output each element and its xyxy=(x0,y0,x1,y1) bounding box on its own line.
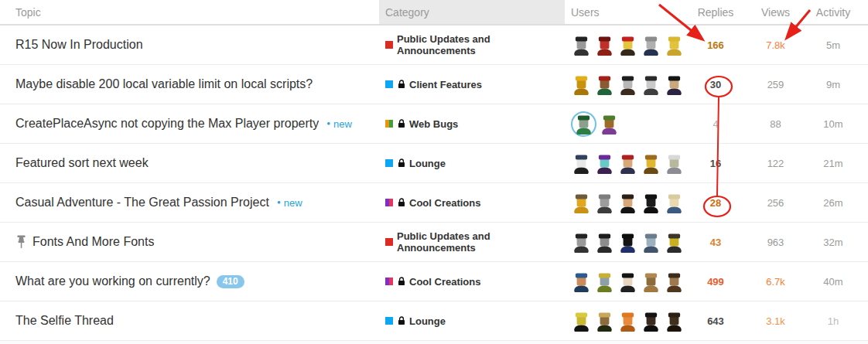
views-cell: 963 xyxy=(747,235,805,249)
new-badge[interactable]: ● new xyxy=(277,197,302,209)
user-avatar[interactable] xyxy=(617,35,638,56)
category-color-swatch xyxy=(385,199,393,206)
lock-icon xyxy=(398,158,405,168)
user-avatar[interactable] xyxy=(617,311,638,332)
header-activity[interactable]: Activity xyxy=(805,0,868,24)
views-cell: 256 xyxy=(747,196,805,209)
activity-cell[interactable]: 26m xyxy=(805,196,868,209)
user-avatar[interactable] xyxy=(617,192,638,213)
topic-title[interactable]: Casual Adventure - The Great Passion Pro… xyxy=(15,196,269,209)
user-avatar[interactable] xyxy=(594,153,615,174)
unread-count-badge[interactable]: 410 xyxy=(217,275,244,288)
activity-cell[interactable]: 32m xyxy=(805,235,868,249)
category-badge[interactable]: Public Updates and Announcements xyxy=(379,33,565,56)
activity-value: 26m xyxy=(823,197,842,209)
user-avatar[interactable] xyxy=(571,271,592,292)
replies-cell: 166 xyxy=(685,38,747,52)
user-avatar[interactable] xyxy=(617,74,638,95)
replies-cell: 43 xyxy=(685,235,747,249)
user-avatar[interactable] xyxy=(571,311,592,332)
views-count: 7.8k xyxy=(766,39,785,51)
category-color-swatch xyxy=(385,159,393,167)
user-avatar[interactable] xyxy=(594,271,615,292)
user-avatar[interactable] xyxy=(664,35,685,56)
user-avatar[interactable] xyxy=(571,232,592,253)
user-avatar[interactable] xyxy=(664,192,685,213)
lock-icon xyxy=(398,80,405,89)
new-badge-label: new xyxy=(333,118,352,130)
user-avatar[interactable] xyxy=(594,232,615,253)
users-cell xyxy=(565,232,685,253)
new-badge[interactable]: ● new xyxy=(326,118,352,130)
activity-cell[interactable]: 21m xyxy=(805,156,868,170)
activity-cell[interactable]: 1h xyxy=(805,314,868,328)
user-avatar[interactable] xyxy=(617,153,638,174)
category-badge[interactable]: Client Features xyxy=(379,79,565,90)
user-avatar[interactable] xyxy=(594,311,615,332)
header-views[interactable]: Views xyxy=(747,0,805,24)
category-color-swatch xyxy=(385,41,393,49)
user-avatar[interactable] xyxy=(664,153,685,174)
topic-title[interactable]: The Selfie Thread xyxy=(15,314,114,328)
category-badge[interactable]: Public Updates and Announcements xyxy=(379,230,565,254)
user-avatar[interactable] xyxy=(641,35,661,56)
user-avatar[interactable] xyxy=(599,114,620,135)
new-badge-label: new xyxy=(284,197,302,209)
header-replies[interactable]: Replies xyxy=(685,0,747,24)
header-replies-label: Replies xyxy=(698,6,734,19)
users-cell xyxy=(565,311,685,332)
category-badge[interactable]: Web Bugs xyxy=(379,118,565,130)
topic-list-header: Topic Category Users Replies Views Activ… xyxy=(0,0,868,26)
lock-icon xyxy=(398,198,405,207)
header-topic-label: Topic xyxy=(15,6,41,19)
topic-cell: What are you working on currently? 410 xyxy=(0,274,379,288)
user-avatar[interactable] xyxy=(641,153,661,174)
user-avatar[interactable] xyxy=(571,35,592,56)
user-avatar[interactable] xyxy=(641,271,661,292)
header-category[interactable]: Category xyxy=(379,0,565,24)
header-topic[interactable]: Topic xyxy=(0,0,379,24)
table-row: What are you working on currently? 410 C… xyxy=(0,262,868,301)
user-avatar[interactable] xyxy=(617,232,638,253)
topic-cell: Fonts And More Fonts xyxy=(0,235,379,249)
activity-cell[interactable]: 5m xyxy=(805,38,868,52)
user-avatar[interactable] xyxy=(571,74,592,95)
user-avatar[interactable] xyxy=(571,153,592,174)
category-badge[interactable]: Lounge xyxy=(379,315,565,327)
table-row: Maybe disable 200 local variable limit o… xyxy=(0,65,868,104)
user-avatar[interactable] xyxy=(617,271,638,292)
replies-count: 43 xyxy=(710,237,721,248)
topic-title[interactable]: Fonts And More Fonts xyxy=(32,235,154,249)
activity-cell[interactable]: 10m xyxy=(805,117,868,131)
user-avatar[interactable] xyxy=(594,74,615,95)
category-badge[interactable]: Cool Creations xyxy=(379,197,565,209)
user-avatar[interactable] xyxy=(664,271,685,292)
user-avatar[interactable] xyxy=(641,74,661,95)
user-avatar[interactable] xyxy=(664,74,685,95)
user-avatar[interactable] xyxy=(641,311,661,332)
user-avatar[interactable] xyxy=(664,311,685,332)
header-users[interactable]: Users xyxy=(565,0,685,24)
user-avatar[interactable] xyxy=(641,192,661,213)
activity-cell[interactable]: 40m xyxy=(805,274,868,288)
topic-title[interactable]: Maybe disable 200 local variable limit o… xyxy=(15,77,313,91)
lock-icon xyxy=(398,316,405,325)
user-avatar[interactable] xyxy=(594,192,615,213)
topic-title[interactable]: CreatePlaceAsync not copying the Max Pla… xyxy=(15,117,319,131)
topic-title[interactable]: R15 Now In Production xyxy=(15,38,143,52)
category-badge[interactable]: Lounge xyxy=(379,158,565,169)
views-count: 963 xyxy=(767,237,784,248)
user-avatar[interactable] xyxy=(664,232,685,253)
category-name: Cool Creations xyxy=(409,276,480,288)
replies-cell: 28 xyxy=(685,196,747,209)
topic-cell: The Selfie Thread xyxy=(0,314,379,328)
user-avatar[interactable] xyxy=(641,232,661,253)
user-avatar[interactable] xyxy=(571,111,596,137)
topic-title[interactable]: What are you working on currently? xyxy=(15,274,210,288)
topic-title[interactable]: Featured sort next week xyxy=(15,156,149,170)
category-badge[interactable]: Cool Creations xyxy=(379,276,565,288)
user-avatar[interactable] xyxy=(594,35,615,56)
activity-cell[interactable]: 9m xyxy=(805,77,868,91)
header-activity-label: Activity xyxy=(816,6,850,19)
user-avatar[interactable] xyxy=(571,192,592,213)
